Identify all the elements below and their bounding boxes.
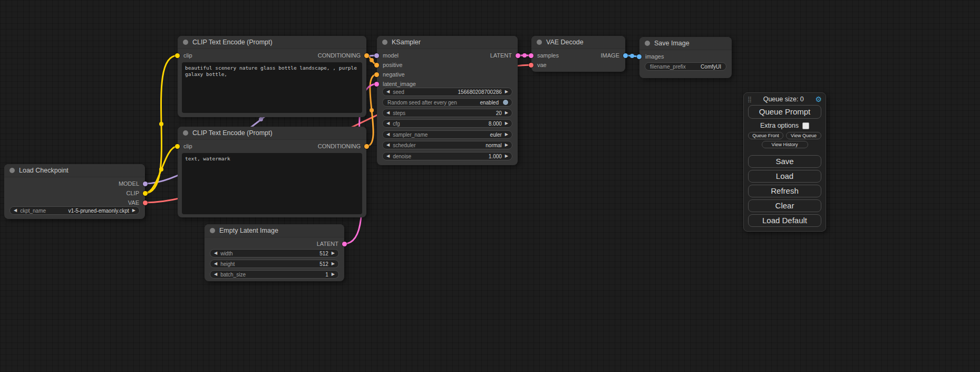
input-slot-clip[interactable]: clip (175, 141, 192, 151)
arrow-right-icon[interactable]: ▶ (505, 143, 508, 147)
node-clip-text-encode-negative[interactable]: CLIP Text Encode (Prompt) clip CONDITION… (178, 127, 366, 217)
node-title-bar[interactable]: Empty Latent Image (205, 224, 344, 237)
widget-ckpt-name[interactable]: ◀ ckpt_name v1-5-pruned-emaonly.ckpt ▶ (9, 206, 140, 215)
arrow-left-icon[interactable]: ◀ (214, 251, 217, 255)
view-queue-button[interactable]: View Queue (786, 132, 821, 139)
model-slot-dot-icon[interactable] (143, 182, 148, 186)
drag-handle-icon[interactable]: ⣿ (748, 97, 752, 102)
image-slot-dot-icon[interactable] (637, 54, 642, 59)
load-button[interactable]: Load (748, 170, 821, 183)
settings-gear-icon[interactable]: ⚙ (815, 96, 822, 103)
arrow-right-icon[interactable]: ▶ (505, 111, 508, 115)
latent-slot-dot-icon[interactable] (529, 53, 533, 58)
arrow-left-icon[interactable]: ◀ (214, 272, 217, 276)
latent-slot-dot-icon[interactable] (342, 242, 347, 246)
prompt-text-input[interactable]: text, watermark (182, 153, 362, 214)
arrow-left-icon[interactable]: ◀ (386, 90, 390, 94)
conditioning-slot-dot-icon[interactable] (374, 63, 379, 68)
widget-denoise[interactable]: ◀ denoise 1.000 ▶ (382, 152, 512, 160)
arrow-right-icon[interactable]: ▶ (505, 154, 508, 158)
input-slot-clip[interactable]: clip (175, 51, 192, 60)
conditioning-slot-dot-icon[interactable] (374, 72, 379, 77)
latent-slot-dot-icon[interactable] (374, 82, 379, 87)
arrow-right-icon[interactable]: ▶ (505, 132, 508, 137)
conditioning-slot-dot-icon[interactable] (364, 53, 369, 58)
node-title-bar[interactable]: Save Image (639, 37, 732, 50)
collapse-dot[interactable] (210, 228, 215, 233)
node-vae-decode[interactable]: VAE Decode samples vae IMAGE (531, 36, 625, 72)
node-title-bar[interactable]: CLIP Text Encode (Prompt) (178, 127, 366, 140)
node-title-bar[interactable]: KSampler (377, 36, 518, 49)
node-title-bar[interactable]: CLIP Text Encode (Prompt) (178, 36, 366, 49)
save-button[interactable]: Save (748, 155, 821, 168)
input-slot-positive[interactable]: positive (374, 60, 402, 70)
widget-scheduler[interactable]: ◀ scheduler normal ▶ (382, 141, 512, 149)
arrow-right-icon[interactable]: ▶ (332, 262, 335, 266)
widget-seed[interactable]: ◀ seed 156680208700286 ▶ (382, 88, 512, 96)
model-slot-dot-icon[interactable] (374, 53, 379, 58)
collapse-dot[interactable] (537, 40, 542, 45)
arrow-right-icon[interactable]: ▶ (505, 90, 508, 94)
node-clip-text-encode-positive[interactable]: CLIP Text Encode (Prompt) clip CONDITION… (178, 36, 366, 117)
prompt-text-input[interactable]: beautiful scenery nature glass bottle la… (182, 62, 362, 113)
arrow-left-icon[interactable]: ◀ (386, 154, 390, 158)
input-slot-images[interactable]: images (637, 52, 664, 61)
arrow-left-icon[interactable]: ◀ (386, 111, 390, 115)
node-ksampler[interactable]: KSampler model positive negative latent_… (377, 36, 518, 165)
output-slot-model[interactable]: MODEL (119, 179, 148, 188)
clip-slot-dot-icon[interactable] (175, 53, 180, 58)
clip-slot-dot-icon[interactable] (143, 191, 148, 196)
output-slot-latent[interactable]: LATENT (490, 51, 520, 60)
node-title-bar[interactable]: VAE Decode (531, 36, 625, 49)
input-slot-samples[interactable]: samples (529, 51, 559, 60)
widget-width[interactable]: ◀ width 512 ▶ (210, 249, 339, 257)
widget-random-seed-toggle[interactable]: Random seed after every gen enabled (382, 98, 512, 107)
refresh-button[interactable]: Refresh (748, 185, 821, 197)
node-title-bar[interactable]: Load Checkpoint (4, 164, 145, 177)
queue-front-button[interactable]: Queue Front (748, 132, 783, 139)
output-slot-conditioning[interactable]: CONDITIONING (318, 51, 369, 60)
widget-sampler-name[interactable]: ◀ sampler_name euler ▶ (382, 130, 512, 139)
output-slot-image[interactable]: IMAGE (601, 51, 628, 60)
image-slot-dot-icon[interactable] (623, 53, 628, 58)
output-slot-clip[interactable]: CLIP (127, 188, 148, 198)
toggle-dot-icon[interactable] (503, 100, 508, 105)
arrow-left-icon[interactable]: ◀ (386, 143, 390, 147)
node-empty-latent-image[interactable]: Empty Latent Image LATENT ◀ width 512 ▶ … (205, 224, 344, 281)
arrow-left-icon[interactable]: ◀ (386, 121, 390, 126)
node-save-image[interactable]: Save Image images filename_prefix ComfyU… (639, 37, 732, 78)
conditioning-slot-dot-icon[interactable] (364, 144, 369, 149)
extra-options-checkbox[interactable] (802, 122, 809, 129)
collapse-dot[interactable] (645, 41, 650, 46)
input-slot-model[interactable]: model (374, 51, 399, 60)
arrow-right-icon[interactable]: ▶ (505, 121, 508, 126)
arrow-left-icon[interactable]: ◀ (214, 262, 217, 266)
collapse-dot[interactable] (9, 168, 15, 173)
arrow-right-icon[interactable]: ▶ (332, 251, 335, 255)
arrow-right-icon[interactable]: ▶ (332, 272, 335, 276)
collapse-dot[interactable] (183, 40, 188, 45)
view-history-button[interactable]: View History (762, 141, 808, 148)
widget-cfg[interactable]: ◀ cfg 8.000 ▶ (382, 119, 512, 128)
node-load-checkpoint[interactable]: Load Checkpoint MODEL CLIP VAE ◀ ckpt_na… (4, 164, 145, 219)
queue-prompt-button[interactable]: Queue Prompt (748, 105, 821, 119)
input-slot-negative[interactable]: negative (374, 70, 405, 79)
widget-batch-size[interactable]: ◀ batch_size 1 ▶ (210, 270, 339, 279)
clip-slot-dot-icon[interactable] (175, 144, 180, 149)
output-slot-conditioning[interactable]: CONDITIONING (318, 141, 369, 151)
node-graph-canvas[interactable]: Load Checkpoint MODEL CLIP VAE ◀ ckpt_na… (0, 0, 980, 372)
arrow-left-icon[interactable]: ◀ (14, 208, 17, 213)
widget-height[interactable]: ◀ height 512 ▶ (210, 260, 339, 268)
vae-slot-dot-icon[interactable] (143, 201, 148, 205)
latent-slot-dot-icon[interactable] (516, 53, 520, 58)
output-slot-latent[interactable]: LATENT (317, 239, 347, 249)
collapse-dot[interactable] (183, 130, 188, 136)
clear-button[interactable]: Clear (748, 199, 821, 212)
arrow-right-icon[interactable]: ▶ (132, 208, 135, 213)
widget-filename-prefix[interactable]: filename_prefix ComfyUI (645, 62, 726, 71)
input-slot-vae[interactable]: vae (529, 60, 547, 70)
vae-slot-dot-icon[interactable] (529, 63, 533, 68)
load-default-button[interactable]: Load Default (748, 214, 821, 227)
collapse-dot[interactable] (382, 40, 387, 45)
widget-steps[interactable]: ◀ steps 20 ▶ (382, 109, 512, 117)
